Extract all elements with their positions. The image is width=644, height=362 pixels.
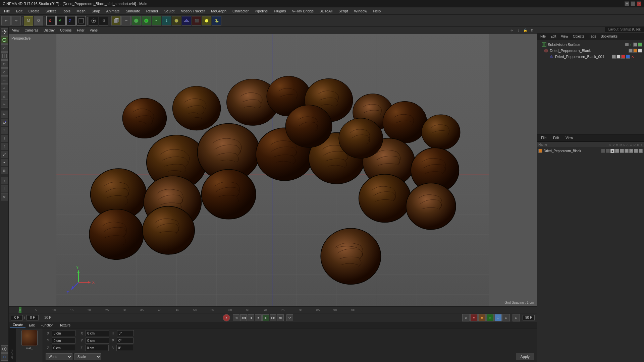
dynamics-button[interactable]: ⊞ (502, 314, 510, 321)
menu-vray[interactable]: V-Ray Bridge (289, 8, 317, 14)
tool-extra-4[interactable] (1, 345, 8, 353)
viewport-filter-btn[interactable]: Filter (75, 28, 86, 33)
frame-start-button[interactable]: ⏮ (233, 314, 239, 321)
attr-btn-2[interactable]: · (606, 149, 610, 153)
tool-circle-select[interactable]: ○ (1, 84, 8, 92)
menu-file[interactable]: File (1, 8, 13, 14)
p-input[interactable] (117, 338, 133, 344)
tool-deform[interactable]: ⌇ (1, 135, 8, 142)
tool-freeform[interactable]: ∿ (1, 101, 8, 108)
active-tool-button[interactable] (131, 16, 141, 25)
attr-view-btn[interactable]: View (564, 136, 575, 140)
sculpt-plane-button[interactable] (182, 16, 191, 25)
record-active-button[interactable]: ◉ (478, 314, 486, 321)
menu-sculpt[interactable]: Sculpt (162, 8, 177, 14)
viewport-maximize-icon[interactable]: ⊹ (509, 28, 515, 33)
physics-button[interactable]: ⬡ (494, 314, 502, 321)
pen-tool-button[interactable]: ✏ (121, 16, 131, 25)
menu-snap[interactable]: Snap (89, 8, 103, 14)
minimize-button[interactable]: ─ (625, 1, 629, 6)
python-button[interactable]: 🐍 (212, 16, 221, 25)
redo-button[interactable]: ↪ (11, 16, 21, 25)
add-keyframe-button[interactable]: ⊕ (462, 314, 470, 321)
menu-render[interactable]: Render (144, 8, 161, 14)
menu-select[interactable]: Select (43, 8, 59, 14)
undo-button[interactable]: ↩ (1, 16, 11, 25)
motion-blur-button[interactable]: ◎ (486, 314, 494, 321)
obj-file-btn[interactable]: File (538, 34, 548, 39)
tool-array[interactable]: ⊞ (1, 167, 8, 174)
next-frame-button[interactable]: ▶▶ (270, 314, 276, 321)
render-settings-button[interactable]: ⚙ (99, 16, 108, 25)
start-frame-input[interactable] (26, 315, 39, 320)
tool-select-model[interactable]: ◻ (1, 60, 8, 68)
cube-primitive-button[interactable] (111, 16, 121, 25)
end-frame-input[interactable] (523, 315, 535, 320)
tab-texture[interactable]: Texture (57, 323, 73, 328)
tool-extra-1[interactable]: ⟐ (1, 177, 8, 184)
menu-help[interactable]: Help (371, 8, 384, 14)
viewport-settings-icon[interactable]: ⚙ (529, 28, 535, 33)
menu-script[interactable]: Script (336, 8, 351, 14)
maximize-button[interactable]: □ (631, 1, 635, 6)
auto-keyframe-button[interactable]: ● (470, 314, 478, 321)
obj-objects-btn[interactable]: Objects (571, 34, 586, 39)
tool-rotate[interactable] (1, 36, 8, 44)
hair-tool-button[interactable] (142, 16, 151, 25)
z-pos-input[interactable] (52, 345, 75, 351)
size-x-input[interactable] (86, 330, 109, 336)
menu-create[interactable]: Create (26, 8, 42, 14)
tool-live-select[interactable]: ◇ (1, 68, 8, 76)
render-view-button[interactable] (89, 16, 98, 25)
b-input[interactable] (116, 345, 133, 351)
viewport[interactable]: X Y Z Perspective Grid Spacing : 1 cm (9, 34, 537, 306)
tab-edit[interactable]: Edit (26, 323, 37, 328)
all-axis-button[interactable] (76, 16, 86, 25)
menu-window[interactable]: Window (351, 8, 370, 14)
tool-sculpt[interactable]: ∫ (1, 143, 8, 150)
scale-dropdown[interactable]: Scale Size (74, 353, 101, 360)
y-axis-button[interactable]: Y (56, 16, 66, 25)
menu-motion-tracker[interactable]: Motion Tracker (178, 8, 208, 14)
tool-knife[interactable]: ✂ (1, 111, 8, 118)
tool-paint[interactable]: ✦ (1, 159, 8, 166)
viewport-cameras-btn[interactable]: Cameras (23, 28, 40, 33)
tool-rect-select[interactable]: ▭ (1, 76, 8, 84)
x-pos-input[interactable] (52, 330, 75, 336)
spline-tool-button[interactable]: ~ (152, 16, 161, 25)
menu-pipeline[interactable]: Pipeline (252, 8, 270, 14)
obj-edit-btn[interactable]: Edit (548, 34, 558, 39)
viewport-view-btn[interactable]: View (11, 28, 21, 33)
obj-subdivision-surface[interactable]: Subdivision Surface ✓ (537, 42, 644, 48)
menu-simulate[interactable]: Simulate (123, 8, 143, 14)
tab-function[interactable]: Function (38, 323, 56, 328)
tool-brush[interactable]: 🖌 (1, 151, 8, 158)
attr-btn-5[interactable]: · (620, 149, 624, 153)
tool-poly-select[interactable]: △ (1, 93, 8, 100)
tool-combined[interactable] (1, 52, 8, 60)
light-button[interactable] (202, 16, 211, 25)
attr-btn-4[interactable]: · (615, 149, 619, 153)
obj-tags-btn[interactable]: Tags (587, 34, 598, 39)
play-forward-button[interactable]: ▶ (262, 314, 269, 321)
tool-scale[interactable]: ⤢ (1, 44, 8, 52)
prev-frame-button[interactable]: ◀◀ (240, 314, 247, 321)
viewport-lock-icon[interactable]: 🔒 (523, 28, 528, 33)
attr-btn-8[interactable]: · (634, 149, 638, 153)
render-region-button[interactable]: ⬛ (192, 16, 201, 25)
sculpt-inflate-button[interactable] (172, 16, 181, 25)
menu-plugins[interactable]: Plugins (271, 8, 288, 14)
sculpt-grab-button[interactable]: ⤵ (162, 16, 171, 25)
current-frame-input[interactable] (11, 315, 23, 320)
viewport-camera-icon[interactable]: ↕ (516, 28, 521, 33)
tool-extra-2[interactable]: ⋮ (1, 185, 8, 192)
tool-magnet[interactable] (1, 119, 8, 126)
x-axis-button[interactable]: X (46, 16, 56, 25)
tab-create[interactable]: Create (10, 322, 25, 328)
tool-move[interactable] (1, 28, 8, 36)
obj-view-btn[interactable]: View (559, 34, 570, 39)
viewport-panel-btn[interactable]: Panel (89, 28, 100, 33)
attr-btn-9[interactable]: ⋯ (639, 149, 643, 153)
size-y-input[interactable] (86, 338, 109, 344)
tool-extra-3[interactable]: ⊛ (1, 193, 8, 200)
